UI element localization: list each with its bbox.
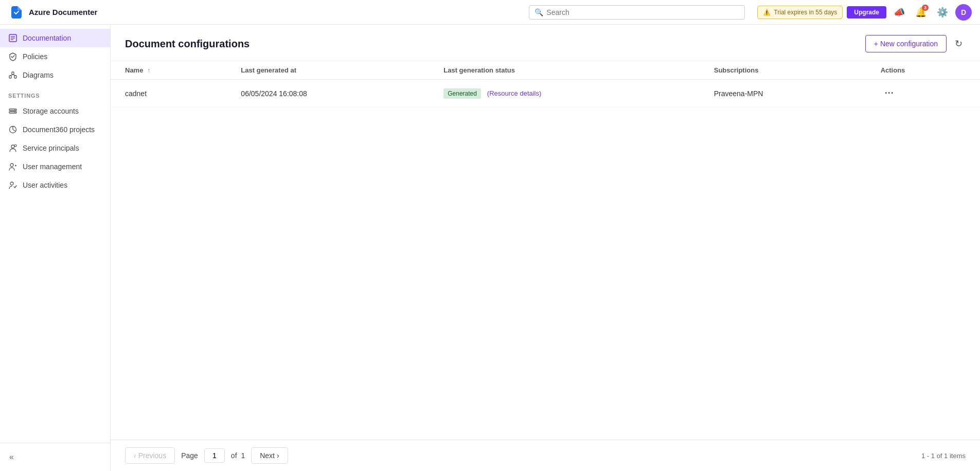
svg-rect-4 <box>9 76 11 78</box>
service-principals-icon <box>8 143 17 153</box>
svg-point-14 <box>14 144 16 147</box>
sidebar-item-policies[interactable]: Policies <box>0 47 110 66</box>
main-content: Document configurations + New configurat… <box>111 25 980 471</box>
chevron-right-icon: › <box>277 451 279 460</box>
user-activities-icon <box>8 180 17 190</box>
user-management-icon <box>8 162 17 171</box>
resource-details-link[interactable]: (Resource details) <box>487 89 542 97</box>
trial-text: Trial expires in 55 days <box>774 9 837 16</box>
diagrams-icon <box>8 70 17 80</box>
row-generated-at: 06/05/2024 16:08:08 <box>226 80 429 107</box>
previous-button[interactable]: ‹ Previous <box>125 447 175 464</box>
table-header-row: Name ↑ Last generated at Last generation… <box>111 61 980 80</box>
col-status: Last generation status <box>429 61 699 80</box>
search-input[interactable] <box>546 8 739 16</box>
sidebar-footer: « <box>0 443 110 471</box>
documentation-icon <box>8 33 17 43</box>
warning-icon: ⚠️ <box>763 9 771 16</box>
settings-section-label: SETTINGS <box>0 84 110 102</box>
upgrade-button[interactable]: Upgrade <box>847 6 886 19</box>
svg-rect-5 <box>12 72 14 75</box>
sidebar-nav: Documentation Policies Diagrams SETTINGS <box>0 25 110 443</box>
row-actions-button[interactable]: ··· <box>881 87 898 100</box>
notification-badge: 3 <box>922 5 929 11</box>
avatar[interactable]: D <box>955 4 972 21</box>
storage-icon <box>8 106 17 116</box>
status-badge: Generated <box>443 88 481 99</box>
svg-rect-9 <box>9 109 16 111</box>
pagination-summary: 1 - 1 of 1 items <box>921 452 966 460</box>
svg-point-11 <box>14 110 15 111</box>
sidebar-item-label-service-principals: Service principals <box>23 144 79 152</box>
app-body: Documentation Policies Diagrams SETTINGS <box>0 25 980 471</box>
row-subscription: Praveena-MPN <box>700 80 866 107</box>
page-of-label: of 1 <box>231 451 245 460</box>
sidebar-item-service-principals[interactable]: Service principals <box>0 139 110 157</box>
svg-line-7 <box>10 75 13 76</box>
top-nav: Azure Documenter 🔍 ⚠️ Trial expires in 5… <box>0 0 980 25</box>
svg-point-18 <box>10 182 13 185</box>
search-box[interactable]: 🔍 <box>529 5 745 20</box>
sidebar: Documentation Policies Diagrams SETTINGS <box>0 25 111 471</box>
sidebar-item-label-doc360: Document360 projects <box>23 125 95 134</box>
sidebar-item-diagrams[interactable]: Diagrams <box>0 66 110 84</box>
table-container: Name ↑ Last generated at Last generation… <box>111 61 980 440</box>
page-label: Page <box>181 451 198 460</box>
sidebar-item-label-user-activities: User activities <box>23 181 67 189</box>
row-name: cadnet <box>111 80 226 107</box>
svg-point-15 <box>10 164 13 167</box>
policies-icon <box>8 52 17 61</box>
sidebar-item-label-diagrams: Diagrams <box>23 71 54 79</box>
table-body: cadnet 06/05/2024 16:08:08 Generated (Re… <box>111 80 980 107</box>
table-row: cadnet 06/05/2024 16:08:08 Generated (Re… <box>111 80 980 107</box>
col-actions: Actions <box>866 61 980 80</box>
sidebar-item-label-user-management: User management <box>23 162 82 171</box>
document360-icon <box>8 125 17 134</box>
brand-icon <box>8 4 25 21</box>
brand-logo[interactable]: Azure Documenter <box>8 4 111 21</box>
col-last-generated: Last generated at <box>226 61 429 80</box>
pagination-bar: ‹ Previous Page of 1 Next › 1 - 1 of 1 i… <box>111 440 980 471</box>
svg-line-8 <box>13 75 15 76</box>
collapse-sidebar-button[interactable]: « <box>4 449 19 465</box>
page-title: Document configurations <box>125 38 250 50</box>
sidebar-item-storage-accounts[interactable]: Storage accounts <box>0 102 110 120</box>
notifications-button[interactable]: 🔔 3 <box>912 4 930 21</box>
pagination-left: ‹ Previous Page of 1 Next › <box>125 447 288 464</box>
announcements-button[interactable]: 📣 <box>890 4 908 21</box>
svg-rect-10 <box>9 112 16 113</box>
sidebar-item-label-policies: Policies <box>23 52 47 61</box>
header-actions: + New configuration ↻ <box>865 35 966 52</box>
nav-actions: ⚠️ Trial expires in 55 days Upgrade 📣 🔔 … <box>757 4 972 21</box>
row-actions: ··· <box>866 80 980 107</box>
sidebar-item-document360[interactable]: Document360 projects <box>0 120 110 139</box>
sidebar-item-user-activities[interactable]: User activities <box>0 176 110 194</box>
brand-name: Azure Documenter <box>29 8 97 16</box>
configurations-table: Name ↑ Last generated at Last generation… <box>111 61 980 107</box>
sidebar-item-user-management[interactable]: User management <box>0 157 110 176</box>
sidebar-item-label-documentation: Documentation <box>23 34 71 42</box>
sidebar-item-documentation[interactable]: Documentation <box>0 29 110 47</box>
settings-button[interactable]: ⚙️ <box>934 4 951 21</box>
new-config-label: + New configuration <box>874 40 938 48</box>
megaphone-icon: 📣 <box>894 7 905 18</box>
table-header: Name ↑ Last generated at Last generation… <box>111 61 980 80</box>
col-name: Name ↑ <box>111 61 226 80</box>
svg-point-12 <box>14 112 15 113</box>
refresh-icon: ↻ <box>955 38 963 49</box>
row-status: Generated (Resource details) <box>429 80 699 107</box>
refresh-button[interactable]: ↻ <box>952 35 966 52</box>
content-header: Document configurations + New configurat… <box>111 25 980 61</box>
col-subscriptions: Subscriptions <box>700 61 866 80</box>
new-configuration-button[interactable]: + New configuration <box>865 35 947 52</box>
chevron-left-icon: ‹ <box>134 451 136 460</box>
sidebar-item-label-storage: Storage accounts <box>23 107 79 115</box>
page-input[interactable] <box>204 448 225 463</box>
trial-banner: ⚠️ Trial expires in 55 days <box>757 6 843 19</box>
svg-rect-6 <box>14 76 16 78</box>
collapse-icon: « <box>9 452 14 462</box>
search-icon: 🔍 <box>534 8 543 16</box>
next-button[interactable]: Next › <box>251 447 288 464</box>
gear-icon: ⚙️ <box>937 7 948 18</box>
sort-arrow-name: ↑ <box>147 66 151 74</box>
